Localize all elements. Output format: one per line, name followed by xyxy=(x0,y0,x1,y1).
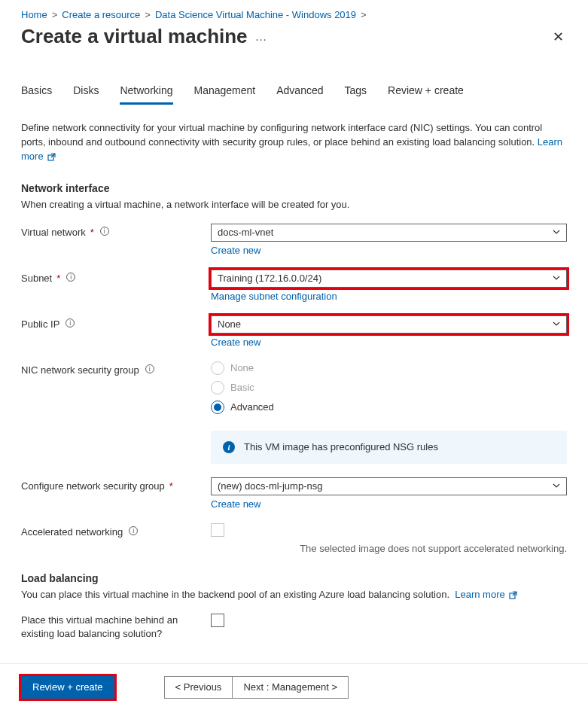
nsg-radio-basic[interactable]: Basic xyxy=(211,381,567,395)
accel-label: Accelerated networking xyxy=(21,526,123,538)
public-ip-select[interactable]: None xyxy=(211,315,567,334)
nsg-radio-advanced[interactable]: Advanced xyxy=(211,401,567,414)
subnet-label: Subnet xyxy=(21,273,52,284)
info-icon[interactable]: i xyxy=(66,318,75,328)
chevron-down-icon xyxy=(551,227,562,237)
load-balancing-heading: Load balancing xyxy=(21,572,567,584)
info-circle-icon: i xyxy=(223,441,235,453)
network-interface-subtext: When creating a virtual machine, a netwo… xyxy=(21,199,567,210)
lb-learn-more-link[interactable]: Learn more xyxy=(455,589,517,600)
chevron-down-icon xyxy=(551,273,562,283)
public-ip-create-new-link[interactable]: Create new xyxy=(211,337,260,348)
tab-disks[interactable]: Disks xyxy=(73,84,99,105)
tab-tags[interactable]: Tags xyxy=(345,84,367,105)
network-interface-heading: Network interface xyxy=(21,182,567,194)
nsg-info-bar: i This VM image has preconfigured NSG ru… xyxy=(211,431,567,464)
chevron-down-icon xyxy=(551,318,562,329)
info-icon[interactable]: i xyxy=(100,227,109,236)
nsg-label: NIC network security group xyxy=(21,364,139,376)
accel-checkbox xyxy=(211,523,224,537)
nsg-radio-group: None Basic Advanced xyxy=(211,361,567,414)
more-actions-icon[interactable]: … xyxy=(255,30,269,44)
cfg-nsg-select[interactable]: (new) docs-ml-jump-nsg xyxy=(211,477,567,495)
cfg-nsg-create-new-link[interactable]: Create new xyxy=(211,498,260,510)
breadcrumb-create-resource[interactable]: Create a resource xyxy=(62,9,140,20)
chevron-down-icon xyxy=(551,480,562,491)
breadcrumb-sep: > xyxy=(361,9,367,20)
accel-note: The selected image does not support acce… xyxy=(211,543,567,554)
breadcrumb-dsvm[interactable]: Data Science Virtual Machine - Windows 2… xyxy=(155,9,356,20)
vnet-select[interactable]: docs-ml-vnet xyxy=(211,224,567,242)
tab-management[interactable]: Management xyxy=(194,84,256,105)
info-icon[interactable]: i xyxy=(129,526,138,535)
tabs: Basics Disks Networking Management Advan… xyxy=(21,84,567,105)
cfg-nsg-label: Configure network security group xyxy=(21,480,165,492)
breadcrumb-home[interactable]: Home xyxy=(21,9,47,20)
lb-checkbox-label: Place this virtual machine behind an exi… xyxy=(21,614,211,641)
review-create-button[interactable]: Review + create xyxy=(21,676,114,699)
breadcrumb: Home > Create a resource > Data Science … xyxy=(21,9,567,20)
wizard-footer: Review + create < Previous Next : Manage… xyxy=(0,663,588,714)
tab-review-create[interactable]: Review + create xyxy=(388,84,464,105)
subnet-select[interactable]: Training (172.16.0.0/24) xyxy=(211,270,567,288)
previous-button[interactable]: < Previous xyxy=(164,676,233,699)
next-button[interactable]: Next : Management > xyxy=(232,676,349,699)
close-icon[interactable]: ✕ xyxy=(550,26,567,48)
breadcrumb-sep: > xyxy=(52,9,58,20)
load-balancing-text: You can place this virtual machine in th… xyxy=(21,589,567,600)
vnet-create-new-link[interactable]: Create new xyxy=(211,245,260,256)
tab-basics[interactable]: Basics xyxy=(21,84,52,105)
page-title: Create a virtual machine xyxy=(21,25,248,48)
info-icon[interactable]: i xyxy=(66,273,75,282)
breadcrumb-sep: > xyxy=(145,9,151,20)
intro-text: Define network connectivity for your vir… xyxy=(21,121,567,164)
tab-networking[interactable]: Networking xyxy=(120,84,172,105)
public-ip-label: Public IP xyxy=(21,318,59,330)
external-link-icon xyxy=(47,153,56,161)
nsg-radio-none[interactable]: None xyxy=(211,361,567,375)
tab-advanced[interactable]: Advanced xyxy=(276,84,323,105)
vnet-label: Virtual network xyxy=(21,227,86,238)
lb-checkbox[interactable] xyxy=(211,614,224,627)
external-link-icon xyxy=(509,591,517,599)
info-icon[interactable]: i xyxy=(145,364,154,373)
subnet-manage-link[interactable]: Manage subnet configuration xyxy=(211,291,337,302)
